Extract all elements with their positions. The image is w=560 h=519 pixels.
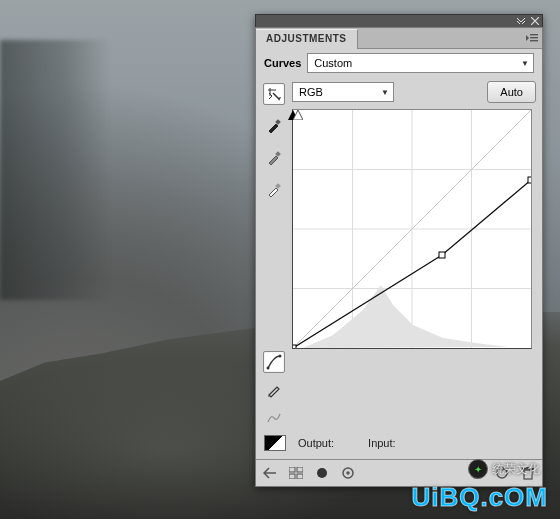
curve-point-mode-icon[interactable] — [263, 351, 285, 373]
white-point-slider[interactable] — [293, 110, 303, 120]
wechat-icon: ✦ — [468, 459, 488, 479]
input-label: Input: — [368, 437, 396, 449]
svg-rect-14 — [289, 467, 295, 472]
curve-point-high — [528, 177, 531, 183]
collapse-icon[interactable] — [516, 17, 526, 25]
left-tool-column — [262, 81, 286, 201]
curve-point-shadow — [293, 345, 296, 348]
preset-row: Curves Custom ▼ — [256, 49, 542, 77]
output-label: Output: — [298, 437, 334, 449]
pencil-mode-icon[interactable] — [263, 379, 285, 401]
output-input-row: Output: Input: — [256, 429, 542, 459]
svg-point-18 — [317, 468, 327, 478]
curve-graph[interactable] — [292, 109, 532, 349]
svg-rect-0 — [530, 34, 538, 35]
svg-point-7 — [279, 355, 282, 358]
background-trees — [0, 40, 110, 300]
panel-body: ADJUSTMENTS Curves Custom ▼ — [255, 27, 543, 487]
svg-point-6 — [267, 367, 270, 370]
gradient-swatch-icon[interactable] — [264, 435, 286, 451]
channel-row: RGB ▼ Auto — [292, 81, 536, 103]
svg-rect-15 — [297, 467, 303, 472]
panel-titlebar[interactable] — [255, 14, 543, 27]
black-point-eyedropper-icon[interactable] — [263, 115, 285, 137]
svg-rect-1 — [530, 37, 538, 38]
tab-row: ADJUSTMENTS — [256, 28, 542, 49]
panel-menu-icon[interactable] — [522, 28, 542, 48]
adjustment-list-icon[interactable] — [288, 465, 304, 481]
histogram-shape — [303, 285, 508, 348]
chevron-down-icon: ▼ — [521, 59, 529, 68]
curve-right-column: RGB ▼ Auto — [286, 81, 536, 349]
curve-point-mid — [439, 252, 445, 258]
white-point-eyedropper-icon[interactable] — [263, 179, 285, 201]
auto-button[interactable]: Auto — [487, 81, 536, 103]
adjustments-panel: ADJUSTMENTS Curves Custom ▼ — [255, 14, 543, 487]
curves-editor: RGB ▼ Auto — [256, 77, 542, 429]
curve-svg — [293, 110, 531, 348]
svg-point-20 — [346, 471, 349, 474]
tab-adjustments[interactable]: ADJUSTMENTS — [256, 29, 358, 49]
adjustment-type-label: Curves — [264, 57, 301, 69]
expanded-view-icon[interactable] — [314, 465, 330, 481]
watermark-text: UiBQ.cOM — [411, 482, 548, 513]
close-icon[interactable] — [530, 17, 540, 25]
chevron-down-icon: ▼ — [381, 88, 389, 97]
channel-dropdown[interactable]: RGB ▼ — [292, 82, 394, 102]
secondary-watermark-text: 统荣文化 — [492, 461, 540, 478]
channel-value: RGB — [299, 86, 323, 98]
preset-value: Custom — [314, 57, 352, 69]
back-arrow-icon[interactable] — [262, 465, 278, 481]
svg-rect-2 — [530, 40, 538, 41]
svg-rect-16 — [289, 474, 295, 479]
preset-dropdown[interactable]: Custom ▼ — [307, 53, 534, 73]
mode-tool-column — [262, 351, 286, 429]
gray-point-eyedropper-icon[interactable] — [263, 147, 285, 169]
secondary-watermark: ✦ 统荣文化 — [468, 459, 540, 479]
smooth-curve-icon[interactable] — [263, 407, 285, 429]
svg-rect-17 — [297, 474, 303, 479]
targeted-adjustment-icon[interactable] — [263, 83, 285, 105]
clip-to-layer-icon[interactable] — [340, 465, 356, 481]
